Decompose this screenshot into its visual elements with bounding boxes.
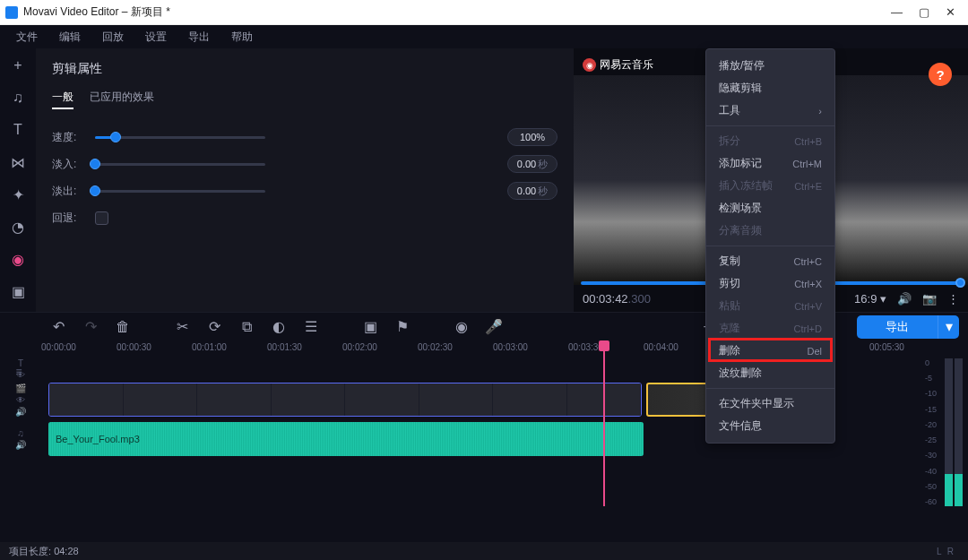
rotate-icon[interactable]: ⟳ bbox=[206, 319, 222, 335]
redo-icon[interactable]: ↷ bbox=[82, 319, 99, 335]
menu-settings[interactable]: 设置 bbox=[138, 27, 174, 47]
menu-playback[interactable]: 回放 bbox=[95, 27, 131, 47]
timecode: 00:03:42.300 bbox=[583, 292, 651, 306]
menu-item-隐藏剪辑[interactable]: 隐藏剪辑 bbox=[706, 77, 834, 99]
volume-icon[interactable]: 🔊 bbox=[897, 292, 912, 306]
video-track-head[interactable]: 🎬👁🔊 bbox=[0, 383, 41, 417]
export-button[interactable]: 导出 bbox=[857, 315, 938, 339]
ruler-tick: 00:00:00 bbox=[41, 342, 76, 352]
split-icon[interactable]: ✂ bbox=[174, 319, 190, 335]
netease-icon: ◉ bbox=[583, 58, 596, 72]
project-length-label: 项目长度: bbox=[9, 545, 51, 558]
menu-item-文件信息[interactable]: 文件信息 bbox=[706, 415, 834, 437]
audio-clip[interactable]: Be_Your_Fool.mp3 bbox=[48, 422, 644, 456]
menu-item-波纹删除[interactable]: 波纹删除 bbox=[706, 362, 834, 384]
marker-icon[interactable]: ⚑ bbox=[394, 319, 411, 335]
loop-checkbox[interactable] bbox=[95, 211, 108, 225]
audio-icon[interactable]: ♫ bbox=[10, 90, 26, 106]
add-media-icon[interactable]: + bbox=[10, 57, 26, 73]
meter-right bbox=[955, 358, 963, 506]
meter-l-label: L bbox=[937, 547, 942, 556]
playhead[interactable] bbox=[603, 340, 605, 506]
speed-value[interactable]: 100% bbox=[507, 128, 557, 146]
minimize-button[interactable]: ― bbox=[891, 5, 903, 19]
menu-item-克隆: 克隆Ctrl+D bbox=[706, 317, 834, 340]
aspect-ratio-button[interactable]: 16:9 ▾ bbox=[854, 292, 886, 306]
speed-label: 速度: bbox=[52, 130, 95, 145]
more-icon[interactable]: ▣ bbox=[10, 283, 26, 299]
ruler-tick: 00:02:30 bbox=[418, 342, 453, 352]
loop-label: 回退: bbox=[52, 211, 95, 226]
more-options-icon[interactable]: ⋮ bbox=[947, 292, 959, 306]
export-dropdown-icon[interactable]: ▾ bbox=[938, 315, 959, 339]
tab-applied-effects[interactable]: 已应用的效果 bbox=[90, 90, 154, 109]
menu-item-复制[interactable]: 复制Ctrl+C bbox=[706, 250, 834, 272]
ruler-tick: 00:04:00 bbox=[644, 342, 678, 352]
menu-item-播放/暂停[interactable]: 播放/暂停 bbox=[706, 55, 834, 77]
record-icon[interactable]: ◉ bbox=[10, 251, 26, 267]
fadeout-value[interactable]: 0.00秒 bbox=[507, 182, 557, 200]
close-button[interactable]: ✕ bbox=[946, 5, 955, 19]
ruler-tick: 00:02:00 bbox=[342, 342, 377, 352]
menu-export[interactable]: 导出 bbox=[181, 27, 217, 47]
crop-icon[interactable]: ⧉ bbox=[238, 319, 255, 335]
audio-clip-label: Be_Your_Fool.mp3 bbox=[56, 434, 140, 444]
watermark-text: 网易云音乐 bbox=[600, 57, 653, 73]
speed-slider[interactable] bbox=[95, 136, 265, 139]
menu-item-工具[interactable]: 工具› bbox=[706, 99, 834, 122]
fadeout-slider[interactable] bbox=[95, 190, 265, 193]
menu-item-粘贴: 粘贴Ctrl+V bbox=[706, 295, 834, 317]
menu-item-剪切[interactable]: 剪切Ctrl+X bbox=[706, 272, 834, 295]
undo-icon[interactable]: ↶ bbox=[50, 319, 66, 335]
window-title: Movavi Video Editor – 新项目 * bbox=[23, 4, 891, 20]
snapshot-icon[interactable]: 📷 bbox=[922, 292, 937, 306]
project-length-value: 04:28 bbox=[54, 546, 79, 556]
fadeout-label: 淡出: bbox=[52, 184, 95, 199]
watermark: ◉ 网易云音乐 bbox=[583, 57, 653, 73]
ruler-tick: 00:05:30 bbox=[869, 342, 904, 352]
status-bar: 项目长度: 04:28 L R bbox=[0, 542, 968, 560]
video-clip-main[interactable] bbox=[48, 383, 642, 417]
menu-item-拆分: 拆分Ctrl+B bbox=[706, 130, 834, 152]
menu-item-检测场景[interactable]: 检测场景 bbox=[706, 197, 834, 220]
fadein-slider[interactable] bbox=[95, 163, 265, 166]
menu-file[interactable]: 文件 bbox=[9, 27, 45, 47]
record-voice-icon[interactable]: ◉ bbox=[454, 319, 470, 335]
context-menu: 播放/暂停隐藏剪辑工具›拆分Ctrl+B添加标记Ctrl+M插入冻结帧Ctrl+… bbox=[705, 48, 835, 444]
menu-item-在文件夹中显示[interactable]: 在文件夹中显示 bbox=[706, 392, 834, 415]
tab-general[interactable]: 一般 bbox=[52, 90, 73, 109]
delete-icon[interactable]: 🗑 bbox=[115, 319, 131, 335]
meter-r-label: R bbox=[947, 547, 954, 556]
properties-panel: 剪辑属性 一般 已应用的效果 速度: 100% 淡入: 0.00秒 淡出: 0.… bbox=[36, 48, 574, 312]
ruler-tick: 00:01:30 bbox=[267, 342, 302, 352]
menubar: 文件 编辑 回放 设置 导出 帮助 bbox=[0, 25, 968, 48]
menu-help[interactable]: 帮助 bbox=[224, 27, 260, 47]
mic-icon[interactable]: 🎤 bbox=[486, 319, 502, 335]
color-icon[interactable]: ◐ bbox=[271, 319, 287, 335]
menu-item-添加标记[interactable]: 添加标记Ctrl+M bbox=[706, 152, 834, 175]
titlebar: Movavi Video Editor – 新项目 * ― ▢ ✕ bbox=[0, 0, 968, 25]
pip-icon[interactable]: ▣ bbox=[362, 319, 378, 335]
adjust-icon[interactable]: ☰ bbox=[303, 319, 319, 335]
left-rail: + ♫ T ⋈ ✦ ◔ ◉ ▣ bbox=[0, 48, 36, 312]
transition-icon[interactable]: ⋈ bbox=[10, 154, 26, 170]
menu-item-插入冻结帧: 插入冻结帧Ctrl+E bbox=[706, 175, 834, 197]
maximize-button[interactable]: ▢ bbox=[919, 5, 929, 19]
title-icon[interactable]: T bbox=[10, 122, 26, 138]
ruler-tick: 00:00:30 bbox=[117, 342, 151, 352]
meter-left bbox=[945, 358, 953, 506]
effects-icon[interactable]: ✦ bbox=[10, 186, 26, 202]
fadein-label: 淡入: bbox=[52, 157, 95, 172]
audio-track-head[interactable]: ♫🔊 bbox=[0, 428, 41, 450]
preview-panel: ? ◉ 网易云音乐 00:03:42.300 16:9 ▾ 🔊 📷 ⋮ 播放/暂… bbox=[574, 48, 968, 312]
fadein-value[interactable]: 0.00秒 bbox=[507, 155, 557, 173]
speed-icon[interactable]: ◔ bbox=[10, 219, 26, 235]
title-track-head[interactable]: T👁 bbox=[0, 358, 41, 380]
help-button[interactable]: ? bbox=[929, 63, 952, 86]
menu-item-分离音频: 分离音频 bbox=[706, 220, 834, 242]
ruler-tick: 00:03:00 bbox=[493, 342, 528, 352]
app-logo-icon bbox=[5, 6, 18, 19]
level-meter: 0-5-10-15-20-25-30-40-50-60 bbox=[925, 358, 964, 506]
menu-item-删除[interactable]: 删除Del bbox=[706, 340, 834, 362]
menu-edit[interactable]: 编辑 bbox=[52, 27, 88, 47]
